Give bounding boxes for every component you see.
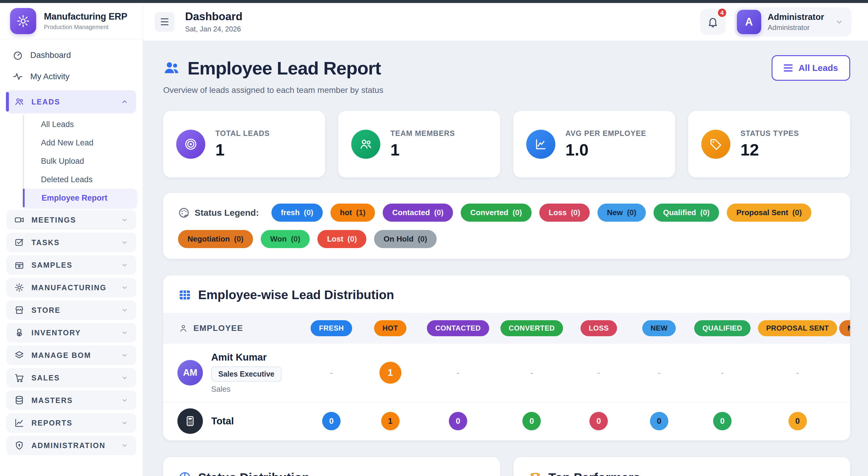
table-title: Employee-wise Lead Distribution	[198, 288, 394, 302]
total-badge-proposal-sent: 0	[788, 412, 807, 430]
top-strip	[0, 0, 868, 3]
sidebar-item-sales[interactable]: SALES	[6, 368, 136, 388]
person-icon	[179, 324, 188, 333]
top-performers-card: Top Performers	[514, 457, 850, 476]
lead-distribution-table: EMPLOYEE FRESHHOTCONTACTEDCONVERTEDLOSSN…	[163, 313, 850, 440]
layers-icon	[14, 350, 24, 360]
employee-avatar: AM	[177, 360, 203, 386]
cell-badge-hot: 1	[379, 362, 401, 384]
stat-label: TEAM MEMBERS	[391, 129, 455, 138]
stat-value: 12	[740, 140, 799, 159]
stat-icon-badge	[526, 130, 555, 159]
stat-value: 1.0	[565, 140, 646, 159]
stats-row: TOTAL LEADS1TEAM MEMBERS1AVG PER EMPLOYE…	[163, 111, 850, 177]
cell-loss: -	[597, 368, 600, 377]
sidebar-item-manufacturing[interactable]: MANUFACTURING	[6, 278, 136, 297]
chart-icon	[14, 418, 24, 428]
app-name: Manufacturing ERP	[44, 11, 127, 22]
sidebar-item-label: INVENTORY	[31, 328, 114, 337]
topbar-title: Dashboard	[185, 10, 242, 23]
status-legend-card: Status Legend: fresh(0)hot(1)Contacted(0…	[163, 193, 850, 259]
sidebar-item-label: SALES	[31, 374, 114, 382]
sidebar-submenu-leads: All LeadsAdd New LeadBulk UploadDeleted …	[23, 115, 137, 207]
sidebar-item-label: STORE	[31, 306, 114, 315]
gear-icon	[16, 14, 30, 28]
sidebar-item-administration[interactable]: ADMINISTRATION	[6, 436, 136, 455]
sidebar-item-label: SAMPLES	[31, 261, 114, 269]
total-badge-loss: 0	[589, 412, 608, 430]
notifications-button[interactable]: 4	[700, 9, 725, 35]
chevron-down-icon	[121, 351, 128, 359]
users-icon	[163, 60, 180, 76]
total-row: Total 01000000	[163, 402, 850, 440]
stat-icon-badge	[176, 130, 205, 159]
sidebar-item-label: LEADS	[31, 98, 114, 106]
chevron-down-icon	[121, 239, 128, 246]
package-icon	[14, 260, 24, 270]
total-badge-new: 0	[650, 412, 669, 430]
gauge-icon	[12, 50, 23, 61]
shield-icon	[14, 440, 24, 450]
task-icon	[14, 237, 24, 247]
calculator-icon-badge	[177, 408, 203, 434]
table-row[interactable]: AM Amit Kumar Sales Executive Sales -1--…	[163, 344, 850, 402]
chevron-down-icon	[835, 18, 844, 26]
topbar-date: Sat, Jan 24, 2026	[185, 25, 242, 33]
sidebar-item-store[interactable]: STORE	[6, 300, 136, 320]
all-leads-button-label: All Leads	[799, 63, 838, 73]
sidebar-item-label: REPORTS	[31, 419, 114, 427]
palette-icon	[178, 207, 190, 219]
sidebar-item-deleted-leads[interactable]: Deleted Leads	[23, 170, 137, 189]
pie-chart-icon	[178, 471, 192, 476]
sidebar-item-dashboard[interactable]: Dashboard	[6, 44, 137, 66]
topbar: Dashboard Sat, Jan 24, 2026 4 A Administ…	[143, 3, 868, 41]
sidebar-item-label: Dashboard	[30, 51, 71, 60]
sidebar-item-my-activity[interactable]: My Activity	[6, 66, 137, 87]
sidebar-item-masters[interactable]: MASTERS	[6, 390, 136, 410]
trend-icon	[534, 138, 548, 151]
sidebar: Manufacturing ERP Production Management …	[0, 3, 143, 476]
legend-pill-won: Won(0)	[261, 230, 310, 248]
all-leads-button[interactable]: All Leads	[772, 55, 850, 81]
target-icon	[184, 138, 197, 151]
total-badge-qualified: 0	[713, 412, 732, 430]
user-name: Administrator	[768, 12, 824, 22]
stat-label: STATUS TYPES	[740, 129, 799, 138]
list-icon	[784, 64, 793, 71]
sidebar-item-meetings[interactable]: MEETINGS	[6, 210, 136, 230]
cubes-icon	[14, 328, 24, 338]
sidebar-item-tasks[interactable]: TASKS	[6, 233, 136, 252]
sidebar-item-bulk-upload[interactable]: Bulk Upload	[23, 152, 137, 170]
legend-pill-contacted: Contacted(0)	[383, 204, 453, 222]
sidebar-toggle-button[interactable]	[155, 12, 175, 32]
legend-pill-fresh: fresh(0)	[272, 204, 323, 222]
status-distribution-card: Status Distribution	[163, 457, 500, 476]
user-role: Administrator	[768, 24, 824, 32]
stat-card-avg-per-employee: AVG PER EMPLOYEE1.0	[513, 111, 675, 177]
total-badge-contacted: 0	[449, 412, 467, 430]
sidebar-item-add-new-lead[interactable]: Add New Lead	[23, 133, 137, 152]
page-title: Employee Lead Report	[187, 58, 381, 79]
sidebar-item-employee-report[interactable]: Employee Report	[23, 189, 137, 207]
stat-label: AVG PER EMPLOYEE	[565, 129, 646, 138]
user-menu[interactable]: A Administrator Administrator	[735, 7, 851, 36]
app-tagline: Production Management	[44, 24, 127, 31]
activity-icon	[12, 71, 23, 82]
trophy-icon	[528, 471, 542, 476]
total-badge-fresh: 0	[322, 412, 341, 430]
sidebar-item-all-leads[interactable]: All Leads	[23, 115, 137, 133]
cell-qualified: -	[721, 368, 723, 377]
sidebar-item-samples[interactable]: SAMPLES	[6, 255, 136, 275]
bell-icon	[707, 16, 719, 28]
sidebar-item-inventory[interactable]: INVENTORY	[6, 323, 136, 343]
sidebar-item-label: MANAGE BOM	[31, 351, 114, 360]
users-icon	[14, 97, 24, 107]
column-header-contacted: CONTACTED	[427, 320, 489, 336]
sidebar-item-reports[interactable]: REPORTS	[6, 413, 136, 433]
sidebar-item-manage-bom[interactable]: MANAGE BOM	[6, 346, 136, 365]
legend-pill-proposal-sent: Proposal Sent(0)	[727, 204, 811, 222]
column-header-proposal-sent: PROPOSAL SENT	[758, 320, 837, 336]
sidebar-item-leads[interactable]: LEADS	[6, 90, 136, 113]
stat-card-total-leads: TOTAL LEADS1	[163, 111, 325, 177]
cell-proposal-sent: -	[796, 368, 799, 377]
